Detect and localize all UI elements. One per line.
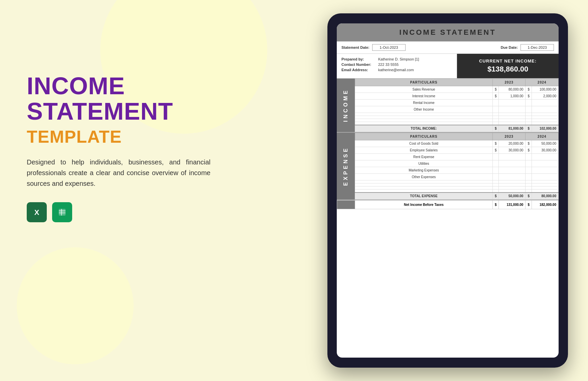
income-row-2023-dollar [492,100,499,106]
expense-row-2023-dollar [492,160,499,167]
app-icons-row: X [27,202,210,222]
expense-row: Rent Expense [355,154,559,160]
income-row-2024-value [532,116,559,119]
expense-row-2023-value: 30,000.00 [499,147,526,154]
income-row: Interest Income $ 1,000.00 $ 2,000.00 [355,93,559,100]
expense-row-2024-dollar [526,189,532,193]
subtitle: TEMPLATE [27,127,210,147]
income-row-2023-dollar: $ [492,86,499,93]
income-row-particular: Rental Income [355,100,493,106]
expense-row-2024-value [532,167,559,174]
expense-row-2024-dollar [526,183,532,186]
income-section-wrapper: INCOME PARTICULARS 2023 2024 Sales Reven… [337,79,559,133]
expense-row-particular: Utilities [355,160,493,167]
income-row-2023-value: 80,000.00 [499,86,526,93]
expense-row-2023-dollar [492,186,499,189]
income-row-2023-value [499,122,526,125]
income-col-2023: 2023 [492,79,526,86]
income-row-particular: Sales Revenue [355,86,493,93]
expense-row-particular: Marketing Expenses [355,167,493,174]
income-row [355,116,559,119]
income-row-2024-dollar [526,113,532,116]
income-row-2023-dollar: $ [492,93,499,100]
expense-row-2024-value: 30,000.00 [532,147,559,154]
expense-row-2023-dollar: $ [492,140,499,147]
income-row-particular: Other Income [355,106,493,113]
net-income-before-taxes-2024: 182,000.00 [532,201,559,209]
income-row-2024-value: 100,000.00 [532,86,559,93]
expense-row-2024-dollar [526,160,532,167]
expense-row-2023-value [499,189,526,193]
net-income-before-taxes-2023-dollar: $ [492,201,499,209]
sheets-icon [52,202,72,222]
income-row [355,122,559,125]
expense-row-2024-value: 50,000.00 [532,140,559,147]
device-container: INCOME STATEMENT Statement Date: 1-Oct-2… [327,13,568,368]
expense-row-particular [355,183,493,186]
expense-col-particulars: PARTICULARS [355,133,493,140]
device-frame: INCOME STATEMENT Statement Date: 1-Oct-2… [327,13,568,368]
expense-header-row: PARTICULARS 2023 2024 [355,133,559,140]
expense-row-2024-value [532,183,559,186]
net-income-before-taxes-table: Net Income Before Taxes $ 131,000.00 $ 1… [337,200,559,209]
expense-row-particular [355,186,493,189]
income-row-2024-value [532,113,559,116]
expense-row [355,180,559,183]
income-col-2024: 2024 [526,79,559,86]
income-row-2024-dollar: $ [526,93,532,100]
expense-section-wrapper: EXPENSE PARTICULARS 2023 2024 Cost of Go… [337,133,559,200]
income-row [355,113,559,116]
income-row-2023-value [499,106,526,113]
income-row-2024-value: 2,000.00 [532,93,559,100]
statement-date-value: 1-Oct-2023 [372,44,406,51]
income-row-2023-value [499,113,526,116]
expense-row-2023-dollar [492,189,499,193]
income-row: Sales Revenue $ 80,000.00 $ 100,000.00 [355,86,559,93]
income-row-particular [355,119,493,122]
expense-row-2023-value [499,154,526,160]
expense-col-2023: 2023 [492,133,526,140]
email-label: Email Address: [341,68,378,72]
expense-row [355,189,559,193]
main-title: INCOMESTATEMENT [27,74,210,124]
expense-row [355,183,559,186]
info-block: Prepared by: Katherine D. Simpson [1] Co… [337,54,457,78]
income-row [355,119,559,122]
net-income-before-taxes-label: Net Income Before Taxes [355,201,493,209]
expense-row-2023-dollar [492,180,499,183]
income-row-particular [355,116,493,119]
net-income-value: $138,860.00 [487,65,528,74]
left-section: INCOMESTATEMENT TEMPLATE Designed to hel… [27,74,210,222]
income-row-particular: Interest Income [355,93,493,100]
income-header-row: PARTICULARS 2023 2024 [355,79,559,86]
income-row-2023-dollar [492,106,499,113]
income-row-particular [355,113,493,116]
income-row-2023-value [499,100,526,106]
income-row: Rental Income [355,100,559,106]
income-row-2024-dollar [526,106,532,113]
statement-header: INCOME STATEMENT [337,23,559,41]
expense-total-2024-dollar: $ [526,193,532,200]
email-row: Email Address: katherine@email.com [341,68,452,72]
net-income-block: CURRENT NET INCOME: $138,860.00 [457,54,559,78]
income-row-2024-value [532,100,559,106]
expense-row [355,186,559,189]
income-row-2023-value [499,116,526,119]
expense-row-2024-value [532,160,559,167]
contact-label: Contact Number: [341,62,378,67]
due-date-label: Due Date: [501,45,518,49]
expense-row-2023-dollar: $ [492,147,499,154]
expense-table: PARTICULARS 2023 2024 Cost of Goods Sold… [355,133,559,200]
income-total-row: TOTAL INCOME: $ 81,000.00 $ 102,000.00 [355,125,559,132]
expense-row-2024-dollar [526,167,532,174]
expense-row-particular: Other Expenses [355,174,493,180]
dates-section: Statement Date: 1-Oct-2023 Due Date: 1-D… [337,41,559,54]
income-row-2024-dollar [526,116,532,119]
expense-total-2024: 80,000.00 [532,193,559,200]
svg-rect-3 [59,209,65,216]
expense-total-2023-dollar: $ [492,193,499,200]
expense-total-2023: 50,000.00 [499,193,526,200]
expense-row-2023-value [499,183,526,186]
excel-icon: X [27,202,47,222]
expense-row-2024-dollar [526,186,532,189]
